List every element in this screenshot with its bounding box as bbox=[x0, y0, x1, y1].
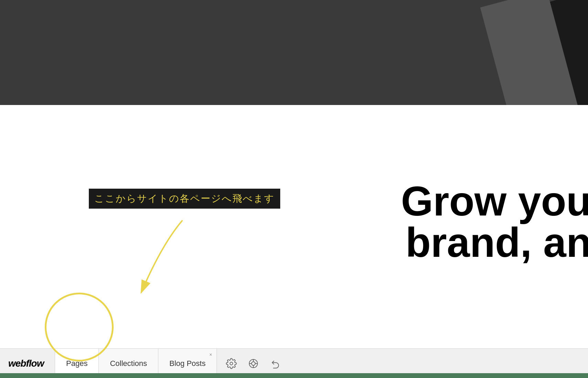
green-bottom-bar bbox=[0, 373, 588, 378]
back-button[interactable] bbox=[265, 353, 286, 374]
svg-point-3 bbox=[252, 361, 255, 365]
tab-close-icon[interactable]: × bbox=[208, 351, 214, 358]
annotation-arrow bbox=[120, 217, 196, 306]
banner-slash-decoration bbox=[416, 0, 588, 105]
back-icon bbox=[270, 358, 281, 369]
help-icon bbox=[248, 358, 259, 369]
settings-button[interactable] bbox=[221, 353, 242, 374]
help-button[interactable] bbox=[243, 353, 264, 374]
hero-banner bbox=[0, 0, 588, 105]
tab-blog-posts-label: Blog Posts bbox=[169, 359, 206, 368]
hero-text-line2: brand, an bbox=[406, 220, 588, 265]
annotation-text: ここからサイトの各ページへ飛べます bbox=[94, 193, 275, 204]
svg-point-1 bbox=[230, 362, 233, 365]
tab-pages-label: Pages bbox=[66, 359, 87, 368]
hero-text-line1: Grow you bbox=[401, 178, 588, 224]
tab-collections-label: Collections bbox=[110, 359, 147, 368]
annotation-label: ここからサイトの各ページへ飛べます bbox=[89, 189, 280, 209]
gear-icon bbox=[226, 358, 237, 369]
